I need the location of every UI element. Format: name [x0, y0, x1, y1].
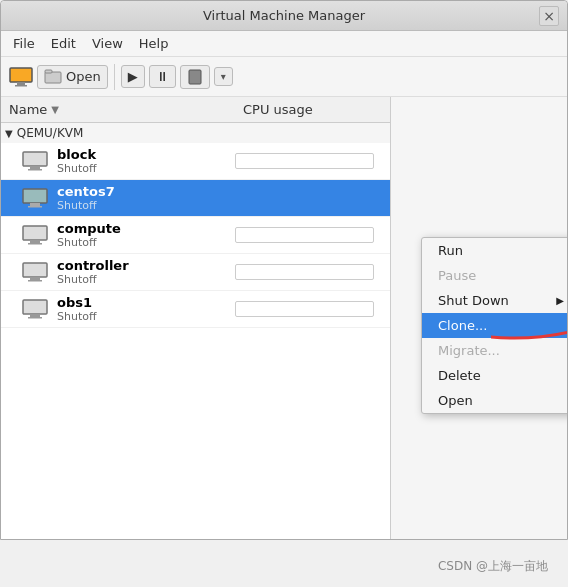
context-menu-run[interactable]: Run [422, 238, 567, 263]
vm-name-compute: compute [57, 221, 227, 236]
vm-info-centos7: centos7 Shutoff [57, 184, 227, 212]
cpu-column-header: CPU usage [235, 102, 390, 117]
vm-info-controller: controller Shutoff [57, 258, 227, 286]
vm-name-obs1: obs1 [57, 295, 227, 310]
vm-status-centos7: Shutoff [57, 199, 227, 212]
sort-icon: ▼ [51, 104, 59, 115]
vm-icon-obs1 [21, 298, 49, 320]
svg-rect-11 [28, 206, 42, 208]
vm-name-block: block [57, 147, 227, 162]
run-button[interactable]: ▶ [121, 65, 145, 88]
vm-cpu-block [227, 153, 382, 169]
vm-status-block: Shutoff [57, 162, 227, 175]
context-menu-open[interactable]: Open [422, 388, 567, 413]
context-menu-pause: Pause [422, 263, 567, 288]
vm-info-block: block Shutoff [57, 147, 227, 175]
svg-rect-4 [45, 70, 52, 73]
context-menu-delete[interactable]: Delete [422, 363, 567, 388]
vm-cpu-obs1 [227, 301, 382, 317]
stop-button[interactable] [180, 65, 210, 89]
svg-rect-18 [23, 300, 47, 314]
vm-overview-icon[interactable] [9, 67, 33, 87]
svg-rect-17 [28, 280, 42, 282]
svg-rect-12 [23, 226, 47, 240]
menu-view[interactable]: View [84, 34, 131, 53]
main-window: Virtual Machine Manager × File Edit View… [0, 0, 568, 540]
bottom-area: CSDN @上海一亩地 [0, 540, 568, 587]
open-button[interactable]: Open [37, 65, 108, 89]
svg-rect-9 [23, 189, 47, 203]
svg-rect-19 [30, 314, 40, 317]
open-label: Open [66, 69, 101, 84]
vm-icon-controller [21, 261, 49, 283]
svg-rect-15 [23, 263, 47, 277]
vm-info-compute: compute Shutoff [57, 221, 227, 249]
group-label: QEMU/KVM [17, 126, 84, 140]
menu-help[interactable]: Help [131, 34, 177, 53]
svg-rect-16 [30, 277, 40, 280]
vm-cpu-compute [227, 227, 382, 243]
watermark-text: CSDN @上海一亩地 [438, 558, 548, 575]
menubar: File Edit View Help [1, 31, 567, 57]
svg-rect-14 [28, 243, 42, 245]
name-column-header: Name ▼ [1, 102, 235, 117]
menu-edit[interactable]: Edit [43, 34, 84, 53]
window-title: Virtual Machine Manager [203, 8, 365, 23]
svg-rect-7 [30, 166, 40, 169]
toolbar-dropdown-button[interactable]: ▾ [214, 67, 233, 86]
menu-file[interactable]: File [5, 34, 43, 53]
arrow-pointer [491, 297, 567, 350]
vm-name-controller: controller [57, 258, 227, 273]
vm-cpu-controller [227, 264, 382, 280]
vm-row-obs1[interactable]: obs1 Shutoff [1, 291, 390, 328]
svg-rect-8 [28, 169, 42, 171]
svg-rect-3 [45, 72, 61, 83]
group-arrow-icon: ▼ [5, 128, 13, 139]
toolbar-separator-1 [114, 64, 115, 90]
vm-list-panel: Name ▼ CPU usage ▼ QEMU/KVM [1, 97, 391, 539]
svg-rect-20 [28, 317, 42, 319]
vm-name-centos7: centos7 [57, 184, 227, 199]
vm-status-controller: Shutoff [57, 273, 227, 286]
svg-rect-2 [15, 85, 27, 87]
svg-rect-1 [17, 82, 25, 85]
vm-icon-compute [21, 224, 49, 246]
svg-rect-6 [23, 152, 47, 166]
vm-icon-block [21, 150, 49, 172]
vm-info-obs1: obs1 Shutoff [57, 295, 227, 323]
pause-button[interactable]: ⏸ [149, 65, 176, 88]
vm-row-controller[interactable]: controller Shutoff [1, 254, 390, 291]
svg-rect-13 [30, 240, 40, 243]
vm-row-block[interactable]: block Shutoff [1, 143, 390, 180]
svg-rect-5 [189, 70, 201, 84]
vm-status-obs1: Shutoff [57, 310, 227, 323]
close-button[interactable]: × [539, 6, 559, 26]
content-area: Name ▼ CPU usage ▼ QEMU/KVM [1, 97, 567, 539]
vm-icon-centos7 [21, 187, 49, 209]
vm-row-compute[interactable]: compute Shutoff [1, 217, 390, 254]
column-headers: Name ▼ CPU usage [1, 97, 390, 123]
vm-status-compute: Shutoff [57, 236, 227, 249]
group-header-qemu[interactable]: ▼ QEMU/KVM [1, 123, 390, 143]
toolbar: Open ▶ ⏸ ▾ [1, 57, 567, 97]
right-panel: Run Pause Shut Down ▶ Clone... Migrate..… [391, 97, 567, 539]
titlebar: Virtual Machine Manager × [1, 1, 567, 31]
svg-rect-10 [30, 203, 40, 206]
svg-rect-0 [10, 68, 32, 82]
vm-row-centos7[interactable]: centos7 Shutoff [1, 180, 390, 217]
